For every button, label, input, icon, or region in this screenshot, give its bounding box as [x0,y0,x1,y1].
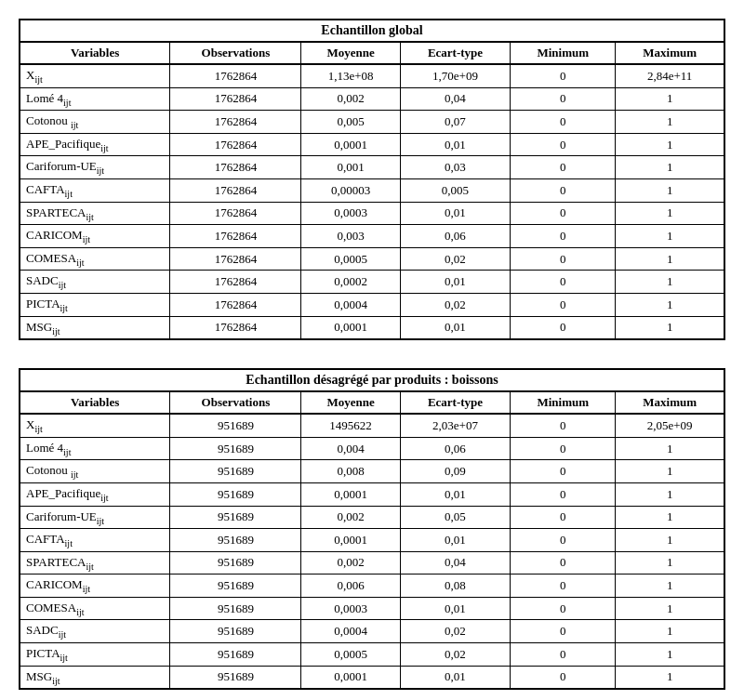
cell-variable: Lomé 4ijt [20,437,170,460]
cell-variable: COMESAijt [20,597,170,620]
cell-max: 1 [616,506,724,529]
table-row: SPARTECAijt17628640,00030,0101 [20,202,724,225]
cell-variable: APE_Pacifiqueijt [20,133,170,156]
table-row: APE_Pacifiqueijt17628640,00010,0101 [20,133,724,156]
cell-max: 2,05e+09 [616,414,724,437]
table2-section: Echantillon désagrégé par produits : boi… [19,368,725,690]
table-row: CAFTAijt17628640,000030,00501 [20,178,724,202]
cell-obs: 1762864 [170,156,301,179]
cell-moy: 0,00003 [301,178,400,202]
cell-ect: 0,01 [400,271,511,294]
cell-variable: Xijt [20,414,170,437]
cell-moy: 0,0004 [301,620,400,643]
cell-obs: 951689 [170,529,301,552]
cell-ect: 0,06 [400,225,511,248]
cell-obs: 1762864 [170,271,301,294]
cell-ect: 1,70e+09 [400,64,511,87]
table-row: PICTAijt17628640,00040,0201 [20,293,724,316]
cell-max: 2,84e+11 [616,64,724,87]
cell-moy: 0,0001 [301,316,400,339]
cell-ect: 0,02 [400,620,511,643]
table-row: MSGijt9516890,00010,0101 [20,666,724,689]
cell-variable: Cotonou ijt [20,460,170,483]
cell-min: 0 [511,437,616,460]
cell-variable: CAFTAijt [20,529,170,552]
cell-ect: 0,04 [400,551,511,575]
cell-obs: 1762864 [170,225,301,248]
cell-min: 0 [511,460,616,483]
cell-ect: 0,06 [400,437,511,460]
cell-obs: 1762864 [170,293,301,316]
cell-min: 0 [511,247,616,271]
cell-obs: 1762864 [170,202,301,225]
cell-min: 0 [511,597,616,620]
cell-moy: 0,001 [301,156,400,179]
cell-min: 0 [511,414,616,437]
col-header-maximum: Maximum [616,42,724,64]
cell-min: 0 [511,551,616,575]
cell-min: 0 [511,506,616,529]
cell-max: 1 [616,178,724,202]
cell-moy: 0,008 [301,460,400,483]
table-row: SPARTECAijt9516890,0020,0401 [20,551,724,575]
cell-ect: 0,03 [400,156,511,179]
cell-ect: 0,07 [400,111,511,134]
cell-ect: 0,04 [400,87,511,111]
cell-variable: CARICOMijt [20,225,170,248]
cell-ect: 0,005 [400,178,511,202]
cell-obs: 951689 [170,643,301,667]
cell-obs: 1762864 [170,64,301,87]
cell-max: 1 [616,271,724,294]
cell-moy: 0,002 [301,506,400,529]
cell-min: 0 [511,202,616,225]
cell-max: 1 [616,482,724,506]
cell-variable: SPARTECAijt [20,202,170,225]
cell-variable: COMESAijt [20,247,170,271]
cell-variable: Lomé 4ijt [20,87,170,111]
cell-min: 0 [511,225,616,248]
cell-min: 0 [511,156,616,179]
cell-ect: 0,01 [400,316,511,339]
cell-min: 0 [511,87,616,111]
cell-moy: 0,0001 [301,482,400,506]
cell-ect: 0,02 [400,293,511,316]
cell-ect: 0,09 [400,460,511,483]
cell-variable: Xijt [20,64,170,87]
cell-ect: 0,01 [400,482,511,506]
table-row: Cariforum-UEijt9516890,0020,0501 [20,506,724,529]
cell-min: 0 [511,293,616,316]
col-header-minimum: Minimum [511,42,616,64]
cell-max: 1 [616,666,724,689]
table-row: APE_Pacifiqueijt9516890,00010,0101 [20,482,724,506]
cell-obs: 951689 [170,575,301,598]
cell-min: 0 [511,316,616,339]
cell-moy: 0,0001 [301,133,400,156]
cell-ect: 0,01 [400,529,511,552]
col2-header-observations: Observations [170,391,301,414]
col-header-variables: Variables [20,42,170,64]
col-header-observations: Observations [170,42,301,64]
cell-ect: 0,08 [400,575,511,598]
cell-variable: SADCijt [20,620,170,643]
cell-obs: 951689 [170,551,301,575]
cell-max: 1 [616,551,724,575]
cell-min: 0 [511,620,616,643]
cell-variable: CAFTAijt [20,178,170,202]
table-row: Lomé 4ijt9516890,0040,0601 [20,437,724,460]
cell-min: 0 [511,529,616,552]
cell-ect: 0,02 [400,247,511,271]
cell-obs: 951689 [170,620,301,643]
cell-variable: PICTAijt [20,643,170,667]
cell-max: 1 [616,575,724,598]
cell-max: 1 [616,202,724,225]
table-row: COMESAijt17628640,00050,0201 [20,247,724,271]
cell-moy: 0,0002 [301,271,400,294]
cell-min: 0 [511,111,616,134]
cell-variable: CARICOMijt [20,575,170,598]
cell-max: 1 [616,620,724,643]
cell-obs: 1762864 [170,316,301,339]
cell-variable: APE_Pacifiqueijt [20,482,170,506]
cell-moy: 0,0005 [301,643,400,667]
table-row: CARICOMijt9516890,0060,0801 [20,575,724,598]
cell-obs: 1762864 [170,87,301,111]
